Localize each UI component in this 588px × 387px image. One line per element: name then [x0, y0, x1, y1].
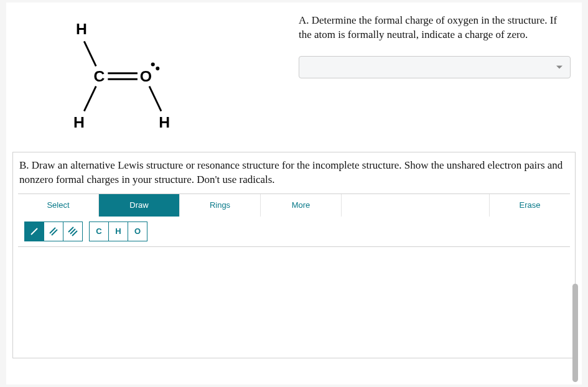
atom-c: C: [93, 68, 105, 85]
double-bond-icon: [49, 226, 58, 236]
triple-bond-icon: [68, 226, 78, 236]
question-b-body: Draw an alternative Lewis structure or r…: [19, 159, 562, 185]
chevron-down-icon: [556, 65, 562, 68]
atom-o: O: [140, 68, 152, 85]
question-a: A. Determine the formal charge of oxygen…: [299, 14, 576, 78]
lone-pair-dot-2: [156, 67, 159, 70]
lewis-structure-svg: H C O H H: [44, 20, 205, 144]
tab-more[interactable]: More: [261, 194, 342, 217]
toolbar-secondary: C H O: [18, 217, 570, 246]
tab-select[interactable]: Select: [18, 194, 99, 217]
structure-area: H C O H H: [12, 14, 299, 147]
atom-c-button[interactable]: C: [89, 221, 109, 241]
drawing-toolbar: Select Draw Rings More Erase: [18, 194, 570, 247]
double-bond-button[interactable]: [44, 221, 63, 241]
bond-hc-top: [84, 41, 96, 66]
tab-spacer: [342, 194, 489, 217]
question-b-label: B.: [19, 159, 29, 171]
bond-oh: [149, 86, 161, 111]
triple-bond-button[interactable]: [63, 221, 83, 241]
question-b-panel: B. Draw an alternative Lewis structure o…: [12, 152, 576, 358]
atom-h-button[interactable]: H: [108, 221, 128, 241]
top-row: H C O H H: [12, 14, 576, 147]
scrollbar-thumb[interactable]: [572, 284, 578, 382]
single-bond-icon: [29, 226, 39, 236]
page-container: H C O H H: [6, 2, 582, 385]
single-bond-button[interactable]: [24, 221, 44, 241]
atom-h-bottom-left: H: [73, 114, 85, 131]
question-a-text: A. Determine the formal charge of oxygen…: [299, 14, 571, 42]
svg-line-0: [31, 228, 37, 235]
bond-tool-group: [24, 221, 83, 241]
question-a-label: A.: [299, 14, 309, 26]
tab-rings[interactable]: Rings: [180, 194, 261, 217]
tab-erase[interactable]: Erase: [489, 194, 570, 217]
lone-pair-dot-1: [151, 62, 155, 66]
toolbar-tabs: Select Draw Rings More Erase: [18, 194, 570, 217]
scrollbar-track[interactable]: [572, 284, 578, 382]
atom-o-button[interactable]: O: [128, 221, 147, 241]
tab-draw[interactable]: Draw: [99, 194, 180, 217]
bond-ch-bottom: [84, 86, 96, 111]
atom-h-bottom-right: H: [159, 114, 170, 131]
drawing-canvas[interactable]: [18, 247, 570, 358]
atom-h-top: H: [76, 21, 87, 37]
formal-charge-select[interactable]: [299, 56, 571, 78]
question-b-text: B. Draw an alternative Lewis structure o…: [13, 152, 575, 194]
question-a-body: Determine the formal charge of oxygen in…: [299, 14, 557, 40]
atom-tool-group: C H O: [89, 221, 147, 241]
